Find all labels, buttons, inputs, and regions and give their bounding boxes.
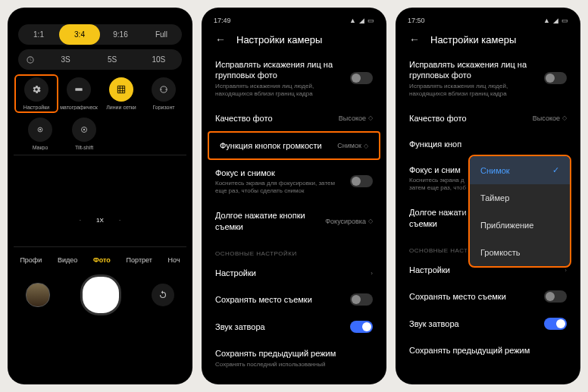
- signal-icon: ◢: [359, 17, 364, 24]
- header: ← Настройки камеры: [205, 27, 383, 52]
- mode-Портрет[interactable]: Портрет: [127, 256, 152, 264]
- tool-tiltshift[interactable]: Tilt-shift: [65, 118, 103, 150]
- tool-gridlines[interactable]: Линии сетки: [102, 77, 140, 110]
- chevron-icon: ◇: [368, 114, 373, 121]
- row-volume-function[interactable]: Функция кнопок громкости Снимок◇: [209, 133, 379, 158]
- statusbar: 17:49 ▲◢▭: [205, 14, 383, 27]
- gallery-thumb[interactable]: [26, 283, 50, 307]
- tool-cinematic[interactable]: матографическ: [60, 77, 98, 110]
- toggle-save-location[interactable]: [544, 290, 567, 303]
- tool-row-1: Настройки матографическ Линии сетки Гори…: [15, 77, 185, 110]
- ratio-Full[interactable]: Full: [141, 24, 182, 45]
- wide-icon: [67, 77, 91, 102]
- row-prev-mode[interactable]: Сохранять предыдущий режимСохранять посл…: [205, 340, 383, 375]
- toggle-save-location[interactable]: [350, 293, 373, 306]
- back-button[interactable]: ←: [215, 33, 226, 45]
- ratio-9:16[interactable]: 9:16: [100, 24, 141, 45]
- ratio-3:4[interactable]: 3:4: [59, 24, 100, 45]
- row-save-location[interactable]: Сохранять место съемки: [399, 283, 577, 310]
- viewfinder[interactable]: · 1X ·: [14, 155, 186, 247]
- tilt-icon: [72, 118, 96, 142]
- gear-icon: [24, 77, 48, 102]
- row-face-distortion[interactable]: Исправлять искажения лиц на групповых фо…: [399, 52, 577, 105]
- statusbar: 17:50 ▲◢▭: [399, 14, 577, 27]
- popup-option-1[interactable]: Таймер: [470, 184, 570, 212]
- wifi-icon: ▲: [349, 17, 356, 24]
- chevron-icon: ◇: [368, 218, 373, 224]
- timer-5s[interactable]: 5S: [89, 49, 135, 70]
- header: ← Настройки камеры: [399, 27, 577, 52]
- mode-row[interactable]: ПрофиВидеоФотоПортретНоч: [11, 252, 189, 268]
- popup-option-0[interactable]: Снимок✓: [470, 156, 570, 184]
- toggle-focus-shot[interactable]: [350, 175, 373, 187]
- page-title: Настройки камеры: [430, 34, 516, 45]
- popup-option-3[interactable]: Громкость: [470, 239, 570, 266]
- shutter-button[interactable]: [80, 274, 121, 315]
- grid-icon: [109, 77, 133, 102]
- toggle-face-distortion[interactable]: [544, 72, 567, 84]
- row-shutter-sound[interactable]: Звук затвора: [205, 313, 383, 340]
- shutter-row: [11, 268, 189, 318]
- toggle-shutter-sound[interactable]: [544, 318, 567, 330]
- row-photo-quality[interactable]: Качество фото Высокое◇: [205, 105, 383, 131]
- aspect-ratio-selector[interactable]: 1:13:49:16Full: [18, 24, 182, 45]
- svg-point-5: [39, 129, 41, 130]
- phone-settings-popup: 17:50 ▲◢▭ ← Настройки камеры Исправлять …: [396, 8, 580, 384]
- row-face-distortion[interactable]: Исправлять искажения лиц на групповых фо…: [205, 52, 383, 105]
- volume-function-popup: Снимок✓ТаймерПриближениеГромкость: [468, 155, 571, 268]
- timer-icon: [18, 55, 42, 65]
- svg-rect-0: [75, 88, 82, 91]
- toggle-face-distortion[interactable]: [350, 72, 373, 84]
- battery-icon: ▭: [368, 17, 374, 24]
- row-long-press[interactable]: Долгое нажатие кнопки съемки Фокусировка…: [205, 202, 383, 240]
- phone-camera: 1:13:49:16Full 3S 5S 10S Настройки матог…: [8, 8, 192, 384]
- page-title: Настройки камеры: [236, 34, 322, 45]
- mode-Фото[interactable]: Фото: [93, 256, 111, 264]
- zoom-1x[interactable]: 1X: [96, 217, 104, 224]
- row-volume-function[interactable]: Функция кноп: [399, 131, 577, 157]
- popup-option-2[interactable]: Приближение: [470, 212, 570, 239]
- svg-point-7: [83, 129, 85, 130]
- chevron-icon: ◇: [364, 143, 368, 149]
- macro-icon: [28, 118, 52, 142]
- timer-selector[interactable]: 3S 5S 10S: [18, 49, 182, 70]
- ratio-1:1[interactable]: 1:1: [18, 24, 59, 45]
- mode-Видео[interactable]: Видео: [58, 256, 77, 264]
- row-focus-shot[interactable]: Фокус и снимокКоснитесь экрана для фокус…: [205, 160, 383, 202]
- tool-row-2: Макро Tilt-shift: [15, 118, 185, 150]
- phone-settings: 17:49 ▲◢▭ ← Настройки камеры Исправлять …: [202, 8, 386, 384]
- tool-settings[interactable]: Настройки: [14, 74, 58, 113]
- tool-macro[interactable]: Макро: [21, 118, 59, 150]
- mode-Ноч[interactable]: Ноч: [168, 256, 180, 264]
- signal-icon: ◢: [553, 17, 558, 24]
- timer-3s[interactable]: 3S: [42, 49, 89, 70]
- row-shutter-sound[interactable]: Звук затвора: [399, 310, 577, 337]
- back-button[interactable]: ←: [409, 33, 420, 45]
- row-save-location[interactable]: Сохранять место съемки: [205, 286, 383, 313]
- section-basic: ОСНОВНЫЕ НАСТРОЙКИ: [205, 240, 383, 260]
- zoom-row[interactable]: · 1X ·: [14, 217, 186, 224]
- mode-Профи[interactable]: Профи: [20, 256, 42, 264]
- row-settings[interactable]: Настройки›: [205, 260, 383, 286]
- level-icon: [152, 77, 176, 102]
- row-prev-mode[interactable]: Сохранять предыдущий режим: [399, 337, 577, 363]
- tool-horizon[interactable]: Горизонт: [145, 77, 183, 110]
- row-photo-quality[interactable]: Качество фото Высокое◇: [399, 105, 577, 131]
- switch-camera-button[interactable]: [152, 284, 174, 306]
- check-icon: ✓: [552, 165, 559, 175]
- timer-10s[interactable]: 10S: [136, 49, 182, 70]
- wifi-icon: ▲: [543, 17, 550, 24]
- battery-icon: ▭: [561, 17, 568, 24]
- toggle-shutter-sound[interactable]: [350, 321, 373, 333]
